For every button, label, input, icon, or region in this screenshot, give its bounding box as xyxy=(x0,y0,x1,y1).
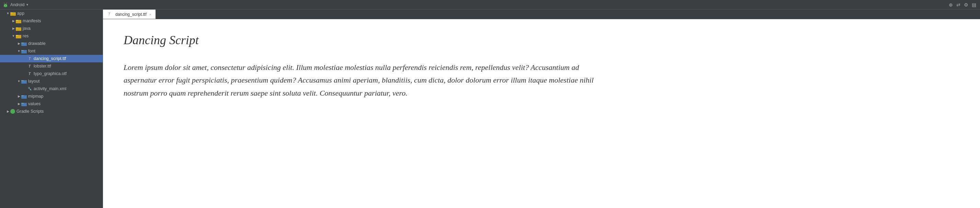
expand-arrow-values[interactable] xyxy=(16,101,21,106)
sidebar-label-drawable: drawable xyxy=(28,41,103,46)
sidebar-item-res[interactable]: res xyxy=(0,32,103,40)
sidebar-label-manifests: manifests xyxy=(23,19,103,23)
font-preview-title: Dancing Script xyxy=(124,33,959,47)
gradle-icon xyxy=(10,109,15,114)
sidebar[interactable]: app manifests java xyxy=(0,9,103,208)
sidebar-label-gradle: Gradle Scripts xyxy=(16,109,103,114)
sidebar-label-lobster: lobster.ttf xyxy=(33,64,103,69)
svg-line-3 xyxy=(6,3,7,3)
expand-arrow-java[interactable] xyxy=(11,26,16,31)
otf-file-icon: T xyxy=(27,71,32,76)
svg-rect-12 xyxy=(16,27,18,28)
svg-rect-22 xyxy=(21,95,24,96)
svg-rect-16 xyxy=(21,43,24,44)
action-btn-1[interactable]: ⊕ xyxy=(948,2,954,7)
sidebar-item-java[interactable]: java xyxy=(0,25,103,32)
leaf-spacer xyxy=(22,56,27,61)
folder-icon-app xyxy=(10,11,16,16)
title-bar: Android ▾ ⊕ ⇄ ⚙ ▤ xyxy=(0,0,980,9)
svg-point-4 xyxy=(5,5,5,5)
tab-dancing-script[interactable]: T dancing_script.ttf × xyxy=(103,9,156,19)
expand-arrow-gradle[interactable] xyxy=(5,109,10,114)
sidebar-item-gradle-scripts[interactable]: Gradle Scripts xyxy=(0,107,103,115)
svg-rect-7 xyxy=(10,13,13,13)
svg-rect-18 xyxy=(21,50,24,51)
svg-rect-10 xyxy=(16,20,18,21)
sidebar-label-typo-graphica: typo_graphica.otf xyxy=(33,71,103,76)
expand-arrow-res[interactable] xyxy=(11,33,16,38)
sidebar-label-layout: layout xyxy=(28,79,103,84)
folder-icon-manifests xyxy=(16,18,21,24)
sidebar-label-mipmap: mipmap xyxy=(28,94,103,99)
main-area: app manifests java xyxy=(0,9,980,208)
leaf-spacer xyxy=(22,71,27,76)
svg-rect-14 xyxy=(16,35,18,36)
svg-rect-1 xyxy=(4,5,7,7)
svg-rect-24 xyxy=(21,103,24,104)
expand-arrow-layout[interactable] xyxy=(16,79,21,84)
title-bar-chevron[interactable]: ▾ xyxy=(26,3,28,6)
folder-icon-values xyxy=(21,101,27,107)
action-btn-3[interactable]: ⚙ xyxy=(963,2,969,7)
expand-arrow-manifests[interactable] xyxy=(11,19,16,23)
leaf-spacer xyxy=(22,87,27,91)
content-area: T dancing_script.ttf × Dancing Script Lo… xyxy=(103,9,980,208)
sidebar-item-dancing-script[interactable]: T dancing_script.ttf xyxy=(0,55,103,62)
folder-icon-layout xyxy=(21,79,27,84)
folder-icon-mipmap xyxy=(21,93,27,99)
expand-arrow-drawable[interactable] xyxy=(16,41,21,46)
tab-bar: T dancing_script.ttf × xyxy=(103,9,980,19)
tab-close-button[interactable]: × xyxy=(149,12,152,17)
sidebar-label-app: app xyxy=(17,11,103,16)
sidebar-item-app[interactable]: app xyxy=(0,9,103,17)
action-btn-2[interactable]: ⇄ xyxy=(955,2,961,7)
android-icon xyxy=(3,2,8,8)
sidebar-item-activity-main[interactable]: 🔧 activity_main.xml xyxy=(0,85,103,93)
svg-line-2 xyxy=(4,3,5,3)
sidebar-label-java: java xyxy=(23,26,103,31)
sidebar-item-layout[interactable]: layout xyxy=(0,77,103,85)
xml-file-icon: 🔧 xyxy=(27,86,32,91)
folder-icon-font xyxy=(21,48,27,54)
folder-icon-drawable xyxy=(21,41,27,46)
sidebar-label-values: values xyxy=(28,101,103,106)
sidebar-item-font[interactable]: font xyxy=(0,47,103,55)
sidebar-item-mipmap[interactable]: mipmap xyxy=(0,93,103,100)
title-bar-actions: ⊕ ⇄ ⚙ ▤ xyxy=(948,2,977,7)
svg-point-5 xyxy=(6,5,6,5)
sidebar-item-drawable[interactable]: drawable xyxy=(0,40,103,47)
sidebar-item-typo-graphica[interactable]: T typo_graphica.otf xyxy=(0,70,103,77)
font-preview-body: Lorem ipsum dolor sit amet, consectetur … xyxy=(124,61,604,99)
project-title: Android xyxy=(10,2,24,7)
sidebar-item-manifests[interactable]: manifests xyxy=(0,17,103,25)
tab-label: dancing_script.ttf xyxy=(115,12,146,17)
sidebar-item-lobster[interactable]: T lobster.ttf xyxy=(0,62,103,70)
tab-file-icon: T xyxy=(107,12,112,17)
expand-arrow-app[interactable] xyxy=(5,11,10,16)
folder-icon-java xyxy=(16,26,21,31)
sidebar-item-values[interactable]: values xyxy=(0,100,103,107)
ttf-file-icon-lobster: T xyxy=(27,63,32,69)
sidebar-label-font: font xyxy=(28,49,103,54)
sidebar-label-activity-main: activity_main.xml xyxy=(33,87,103,91)
ttf-file-icon: T xyxy=(27,56,32,61)
expand-arrow-font[interactable] xyxy=(16,49,21,54)
sidebar-label-res: res xyxy=(23,33,103,38)
font-preview: Dancing Script Lorem ipsum dolor sit ame… xyxy=(103,19,980,208)
expand-arrow-mipmap[interactable] xyxy=(16,94,21,99)
sidebar-label-dancing-script: dancing_script.ttf xyxy=(33,56,103,61)
leaf-spacer xyxy=(22,64,27,69)
action-btn-4[interactable]: ▤ xyxy=(971,2,977,7)
svg-rect-20 xyxy=(21,80,24,81)
folder-icon-res xyxy=(16,33,21,39)
